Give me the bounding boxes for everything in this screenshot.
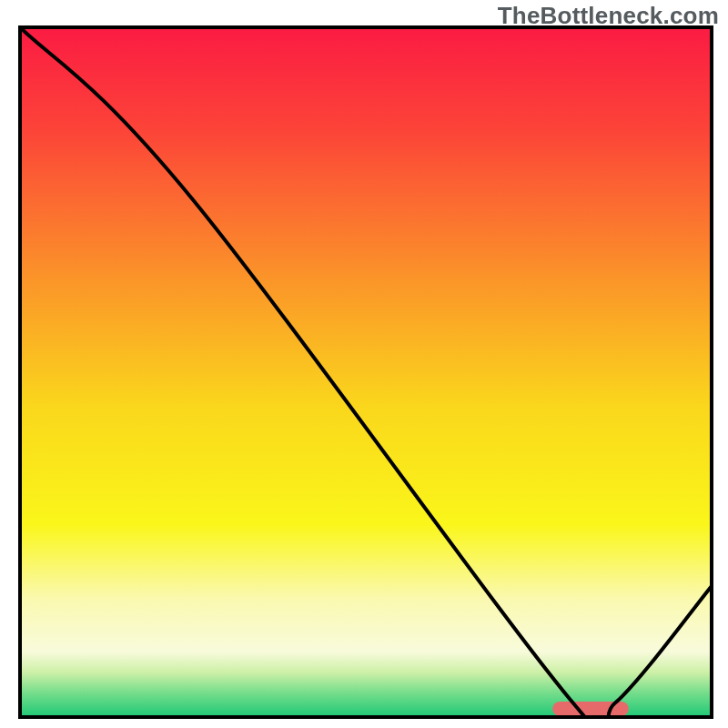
bottleneck-chart [0, 0, 728, 728]
plot-background [20, 27, 712, 717]
chart-container: TheBottleneck.com [0, 0, 728, 728]
marker-bar [552, 702, 629, 716]
